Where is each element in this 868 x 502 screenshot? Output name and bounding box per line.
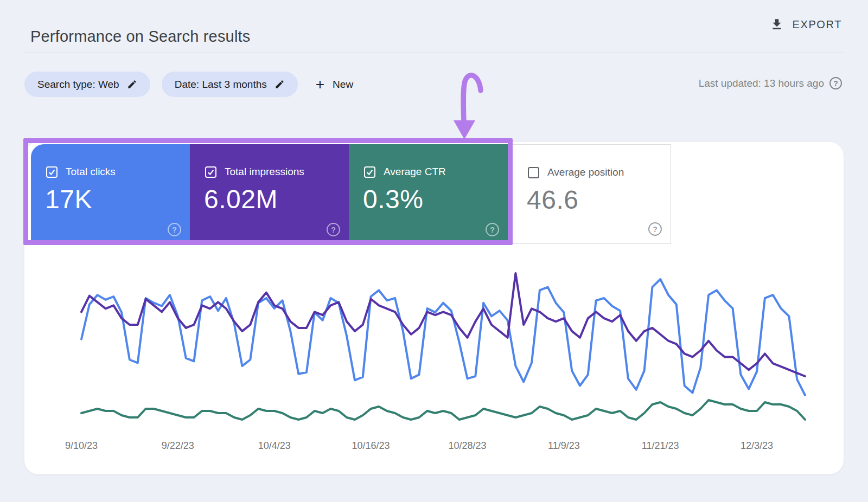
- checkbox-checked-icon[interactable]: [46, 166, 58, 178]
- search-type-chip-label: Search type: Web: [37, 79, 119, 91]
- checkbox-unchecked-icon[interactable]: [528, 167, 539, 178]
- x-tick-label: 11/21/23: [642, 440, 679, 452]
- performance-card: 9/10/239/22/2310/4/2310/16/2310/28/2311/…: [24, 142, 844, 474]
- export-label: EXPORT: [793, 18, 842, 31]
- metric-tile-label: Total clicks: [66, 166, 116, 178]
- performance-report-page: { "page": { "background": "#edf1f7" }, "…: [0, 0, 868, 502]
- metric-tile-value: 46.6: [527, 185, 578, 215]
- search-type-chip[interactable]: Search type: Web: [24, 72, 150, 97]
- download-icon: [770, 17, 784, 31]
- edit-pencil-icon[interactable]: [127, 79, 137, 89]
- x-tick-label: 11/9/23: [548, 440, 580, 452]
- page-title: Performance on Search results: [30, 28, 251, 46]
- header-divider: [24, 53, 844, 53]
- annotation-arrow: [444, 67, 494, 141]
- help-icon[interactable]: ?: [486, 223, 499, 236]
- metric-tile-total-impressions[interactable]: Total impressions 6.02M ?: [190, 144, 349, 244]
- metric-tile-label: Average CTR: [384, 166, 446, 178]
- help-icon[interactable]: ?: [648, 222, 662, 236]
- date-range-chip-label: Date: Last 3 months: [175, 79, 267, 91]
- metric-tile-label: Average position: [547, 166, 624, 178]
- metric-tile-value: 0.3%: [363, 184, 423, 214]
- x-tick-label: 9/22/23: [162, 440, 194, 452]
- metric-tile-value: 6.02M: [204, 184, 278, 214]
- new-filter-button[interactable]: + New: [316, 77, 353, 92]
- metric-tile-total-clicks[interactable]: Total clicks 17K ?: [31, 144, 190, 244]
- edit-pencil-icon[interactable]: [275, 79, 285, 89]
- metric-tile-label: Total impressions: [225, 166, 304, 178]
- filter-row: Search type: Web Date: Last 3 months + N…: [24, 72, 353, 97]
- x-tick-label: 12/3/23: [741, 440, 773, 452]
- metric-tile-average-ctr[interactable]: Average CTR 0.3% ?: [349, 144, 508, 244]
- x-tick-label: 10/28/23: [448, 440, 486, 452]
- last-updated-text: Last updated: 13 hours ago: [699, 78, 824, 89]
- checkbox-checked-icon[interactable]: [205, 166, 216, 178]
- help-icon[interactable]: ?: [829, 77, 842, 89]
- metric-tile-value: 17K: [45, 184, 92, 214]
- export-button[interactable]: EXPORT: [770, 17, 842, 31]
- x-tick-label: 10/4/23: [258, 440, 291, 452]
- last-updated: Last updated: 13 hours ago ?: [699, 77, 842, 89]
- help-icon[interactable]: ?: [327, 223, 340, 236]
- help-icon[interactable]: ?: [168, 223, 181, 236]
- new-filter-label: New: [333, 79, 353, 91]
- metric-tile-average-position[interactable]: Average position 46.6 ?: [512, 144, 671, 244]
- checkbox-checked-icon[interactable]: [364, 166, 375, 178]
- metric-tiles: Total clicks 17K ? Total impressions 6.0…: [31, 144, 671, 244]
- x-tick-label: 10/16/23: [352, 440, 390, 452]
- x-tick-label: 9/10/23: [65, 440, 98, 452]
- plus-icon: +: [316, 77, 324, 92]
- date-range-chip[interactable]: Date: Last 3 months: [162, 72, 298, 97]
